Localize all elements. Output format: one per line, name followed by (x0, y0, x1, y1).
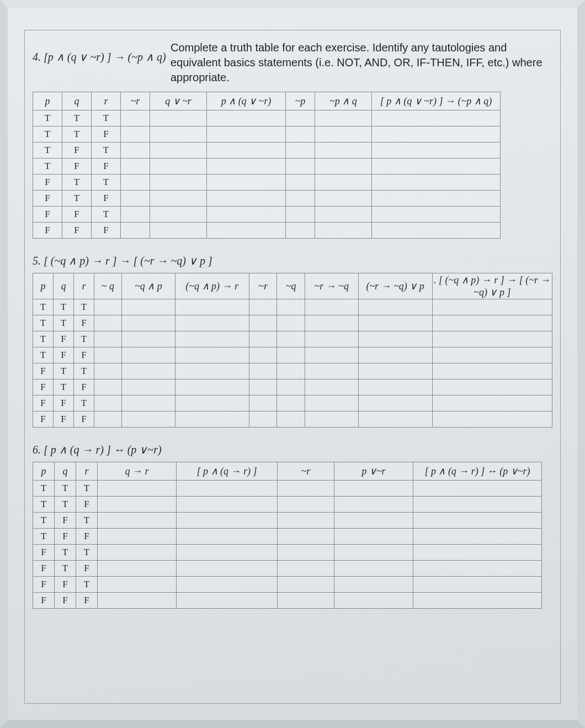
table-cell: T (76, 545, 98, 561)
table-cell (413, 497, 542, 513)
table-cell (94, 315, 122, 331)
table-cell (315, 207, 372, 223)
table-cell: T (55, 545, 76, 561)
table-cell (278, 529, 334, 545)
table-cell: T (55, 561, 76, 577)
column-header: q (54, 273, 74, 299)
column-header: ~ q (94, 273, 122, 299)
table-cell (305, 363, 358, 379)
table-cell: F (33, 545, 55, 561)
table-cell (249, 315, 276, 331)
table-cell (413, 513, 542, 529)
page-border: 4. [p ∧ (q ∨ ~r) ] → (~p ∧ q) Complete a… (24, 30, 561, 704)
table-row: FFT (33, 395, 552, 412)
table-cell (372, 207, 501, 223)
table-cell: F (33, 191, 62, 207)
column-header: r (92, 92, 121, 110)
table-cell (175, 412, 249, 428)
table-cell (432, 331, 552, 347)
table-cell (305, 412, 358, 428)
table-cell (121, 412, 175, 428)
table-cell (121, 363, 175, 379)
table-cell: T (33, 513, 55, 529)
table-cell: T (62, 191, 92, 207)
table-cell (358, 315, 432, 331)
table-cell (334, 513, 413, 529)
table-cell: T (74, 331, 94, 347)
table-cell (249, 412, 276, 428)
table-cell: F (33, 395, 54, 412)
table-row: TTT (33, 299, 552, 315)
table-cell (278, 513, 334, 529)
column-header: [ p ∧ (q → r) ] ↔ (p ∨~r) (413, 462, 542, 481)
table-cell (249, 347, 276, 363)
table-cell (286, 143, 315, 159)
table-row: TFT (33, 143, 501, 159)
table-cell (121, 223, 150, 239)
table-cell: F (54, 412, 74, 428)
table-cell: F (76, 529, 98, 545)
table-row: FTF (33, 379, 552, 395)
table-cell (305, 379, 358, 395)
table-cell (277, 395, 305, 412)
table-cell: F (92, 191, 121, 207)
table-cell (207, 143, 286, 159)
column-header: ~p ∧ q (315, 92, 372, 110)
table-cell (286, 159, 315, 175)
table-cell (94, 363, 122, 379)
table-cell (207, 159, 286, 175)
table-cell (249, 299, 276, 315)
table-cell: T (33, 299, 54, 315)
table-cell: F (33, 412, 54, 428)
table-cell (98, 513, 177, 529)
table-row: TFF (33, 159, 501, 175)
table-cell: F (55, 593, 76, 609)
table-cell (315, 191, 372, 207)
table-cell: F (55, 577, 76, 593)
column-header: r (74, 273, 94, 299)
table-cell (94, 395, 122, 412)
table-cell: T (33, 143, 62, 159)
table-cell: T (54, 299, 74, 315)
table-cell: T (33, 315, 54, 331)
table-row: TTF (33, 497, 542, 513)
table-cell (175, 347, 249, 363)
table-cell (177, 497, 278, 513)
column-header: p ∧ (q ∨ ~r) (207, 92, 286, 110)
column-header: ~q ∧ p (121, 273, 175, 299)
table-cell (277, 331, 305, 347)
table-cell (305, 331, 358, 347)
table-row: FTF (33, 191, 501, 207)
table-cell (278, 481, 334, 497)
table-cell: F (62, 223, 92, 239)
table-cell: T (74, 395, 94, 412)
table-cell (278, 593, 334, 609)
table-cell: F (62, 159, 92, 175)
table-cell: F (76, 561, 98, 577)
table-row: FTT (33, 545, 542, 561)
table-cell (177, 593, 278, 609)
instructions-text: Complete a truth table for each exercise… (171, 40, 552, 85)
table-cell (121, 395, 175, 412)
table-cell (334, 545, 413, 561)
table-cell: T (74, 363, 94, 379)
table-cell (305, 315, 358, 331)
table-row: TTF (33, 126, 501, 143)
table-cell (286, 110, 315, 126)
table-cell (150, 159, 207, 175)
table-cell (150, 143, 207, 159)
table-cell (207, 175, 286, 191)
table-cell: T (62, 110, 92, 126)
table-cell (121, 191, 150, 207)
table-cell: F (33, 207, 62, 223)
table-cell (249, 395, 276, 412)
column-header: ~r → ~q (305, 273, 358, 299)
table-cell (286, 175, 315, 191)
table-cell: T (54, 363, 74, 379)
table-row: FFF (33, 593, 542, 609)
table-cell (98, 593, 177, 609)
table-cell: T (54, 315, 74, 331)
table-row: TTT (33, 481, 542, 497)
table-cell (177, 545, 278, 561)
table-cell: T (33, 481, 55, 497)
